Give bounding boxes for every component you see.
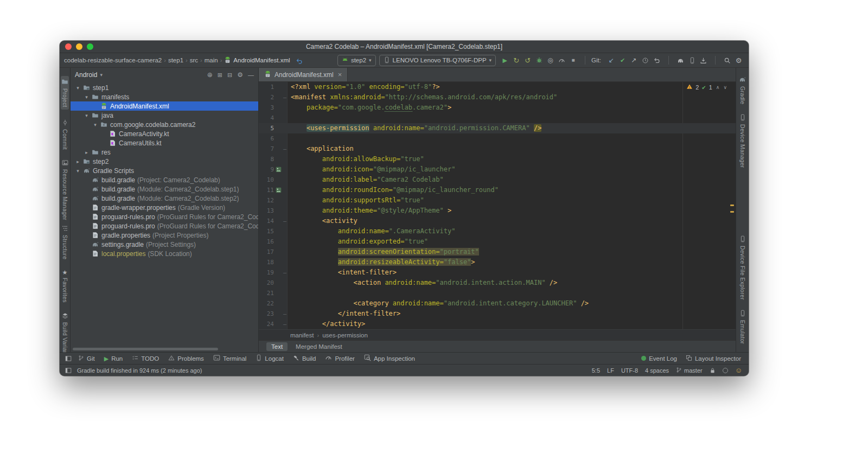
code-line-14[interactable]: 14– <activity bbox=[259, 216, 736, 226]
code-line-8[interactable]: 8 android:allowBackup="true" bbox=[259, 154, 736, 164]
editor-breadcrumb-uses-permission[interactable]: uses-permission bbox=[322, 332, 368, 338]
gutter-image-preview-icon[interactable] bbox=[275, 167, 282, 173]
hide-icon[interactable]: — bbox=[248, 71, 254, 79]
error-stripe-mark[interactable] bbox=[730, 205, 734, 206]
code-line-7[interactable]: 7– <application bbox=[259, 144, 736, 154]
editor-view-tab-merged-manifest[interactable]: Merged Manifest bbox=[291, 342, 347, 351]
tree-item-cameraactivity-kt[interactable]: CameraActivity.kt bbox=[71, 129, 258, 138]
code-line-22[interactable]: 22 <category android:name="android.inten… bbox=[259, 298, 736, 309]
tool-window-button-profiler[interactable]: Profiler bbox=[325, 354, 354, 362]
tool-window-button-app-inspection[interactable]: App Inspection bbox=[364, 354, 415, 362]
editor-breadcrumb-manifest[interactable]: manifest bbox=[290, 332, 314, 338]
tree-item-gradle-properties[interactable]: gradle.properties (Project Properties) bbox=[71, 231, 258, 240]
breadcrumb-item-src[interactable]: src bbox=[190, 57, 198, 63]
search-everywhere-icon[interactable] bbox=[722, 55, 733, 66]
code-line-15[interactable]: 15 android:name=".CameraActivity" bbox=[259, 226, 736, 237]
prev-issue-icon[interactable]: ∧ bbox=[716, 85, 720, 90]
tool-window-button-layout-inspector[interactable]: Layout Inspector bbox=[686, 355, 741, 362]
fold-marker-icon[interactable]: – bbox=[282, 267, 288, 278]
tree-collapsed-arrow-icon[interactable]: ▸ bbox=[74, 159, 82, 164]
code-line-24[interactable]: 24– </activity> bbox=[259, 319, 736, 329]
status-message[interactable]: Gradle build finished in 924 ms (2 minut… bbox=[77, 367, 202, 374]
code-editor[interactable]: 1<?xml version="1.0" encoding="utf-8"?>2… bbox=[259, 82, 736, 329]
tree-item-androidmanifest-xml[interactable]: AndroidManifest.xml bbox=[71, 101, 258, 111]
lock-icon[interactable] bbox=[710, 367, 716, 374]
code-line-17[interactable]: 17 android:screenOrientation="portrait" bbox=[259, 247, 736, 257]
tree-expanded-arrow-icon[interactable]: ▾ bbox=[74, 168, 82, 174]
line-separator-widget[interactable]: LF bbox=[607, 367, 614, 374]
apply-code-changes-icon[interactable]: ↺ bbox=[522, 55, 533, 66]
tree-item-build-gradle[interactable]: build.gradle (Module: Camera2_Codelab.st… bbox=[71, 194, 258, 203]
collapse-all-icon[interactable]: ⊟ bbox=[227, 71, 232, 79]
tool-stripe-button-favorites[interactable]: ★Favorites bbox=[62, 269, 68, 303]
settings-icon[interactable]: ⚙ bbox=[733, 55, 744, 66]
tool-window-button-run[interactable]: ▶Run bbox=[104, 355, 123, 362]
code-line-3[interactable]: 3 package="com.google.codelab.camera2"> bbox=[259, 103, 736, 113]
code-line-18[interactable]: 18 android:resizeableActivity="false"> bbox=[259, 257, 736, 267]
tool-window-toggle-icon[interactable] bbox=[65, 367, 72, 374]
sync-gradle-icon[interactable] bbox=[675, 55, 686, 66]
tool-window-button-problems[interactable]: Problems bbox=[168, 355, 204, 362]
code-line-11[interactable]: 11 android:roundIcon="@mipmap/ic_launche… bbox=[259, 185, 736, 195]
stop-icon[interactable]: ■ bbox=[567, 55, 579, 66]
tree-item-proguard-rules-pro[interactable]: proguard-rules.pro (ProGuard Rules for C… bbox=[71, 212, 258, 221]
code-line-19[interactable]: 19– <intent-filter> bbox=[259, 267, 736, 278]
device-selector[interactable]: LENOVO Lenovo TB-Q706F-DPP ▾ bbox=[379, 55, 496, 66]
error-stripe-mark[interactable] bbox=[730, 211, 734, 213]
tool-stripe-button-emulator[interactable]: Emulator bbox=[739, 310, 746, 344]
locate-icon[interactable]: ⊕ bbox=[207, 71, 213, 79]
tree-expanded-arrow-icon[interactable]: ▾ bbox=[82, 113, 91, 118]
next-issue-icon[interactable]: ∨ bbox=[723, 85, 727, 90]
tool-window-button-event-log[interactable]: Event Log bbox=[641, 355, 677, 362]
tool-stripe-button-commit[interactable]: Commit bbox=[62, 119, 68, 150]
close-tab-icon[interactable]: × bbox=[338, 71, 342, 79]
expand-all-icon[interactable]: ⊞ bbox=[218, 71, 222, 79]
feedback-icon[interactable]: ☺ bbox=[735, 366, 742, 374]
code-line-6[interactable]: 6 bbox=[259, 133, 736, 144]
code-line-21[interactable]: 21 bbox=[259, 288, 736, 298]
tree-item-proguard-rules-pro[interactable]: proguard-rules.pro (ProGuard Rules for C… bbox=[71, 221, 258, 231]
tree-item-camerautils-kt[interactable]: CameraUtils.kt bbox=[71, 138, 258, 148]
fold-marker-icon[interactable]: – bbox=[282, 92, 288, 103]
close-window-button[interactable] bbox=[65, 43, 72, 50]
tool-stripe-button-resource-manager[interactable]: Resource Manager bbox=[62, 159, 68, 220]
titlebar[interactable]: Camera2 Codelab – AndroidManifest.xml [C… bbox=[60, 41, 749, 53]
encoding-widget[interactable]: UTF-8 bbox=[621, 367, 638, 374]
tool-stripe-button-device-file-explorer[interactable]: Device File Explorer bbox=[739, 235, 746, 300]
tool-stripe-button-gradle[interactable]: Gradle bbox=[739, 76, 746, 104]
apply-changes-icon[interactable]: ↻ bbox=[510, 55, 522, 66]
breadcrumb-item-main[interactable]: main bbox=[205, 57, 218, 63]
tool-window-button-git[interactable]: Git bbox=[78, 355, 95, 362]
push-icon[interactable]: ↗ bbox=[628, 55, 640, 66]
tree-item-step2[interactable]: ▸step2 bbox=[71, 157, 258, 166]
code-line-12[interactable]: 12 android:supportsRtl="true" bbox=[259, 195, 736, 206]
tree-item-step1[interactable]: ▾step1 bbox=[71, 83, 258, 92]
tool-stripe-button-structure[interactable]: Structure bbox=[62, 225, 68, 259]
tree-item-local-properties[interactable]: local.properties (SDK Location) bbox=[71, 249, 258, 258]
editor-view-tab-text[interactable]: Text bbox=[266, 342, 288, 351]
breadcrumb-item-step1[interactable]: step1 bbox=[168, 57, 183, 63]
tree-item-com-google-codelab-camera2[interactable]: ▾com.google.codelab.camera2 bbox=[71, 120, 258, 129]
tree-item-build-gradle[interactable]: build.gradle (Module: Camera2_Codelab.st… bbox=[71, 184, 258, 194]
code-line-13[interactable]: 13 android:theme="@style/AppTheme" > bbox=[259, 206, 736, 216]
tool-stripe-button-device-manager[interactable]: Device Manager bbox=[739, 114, 746, 168]
device-manager-icon[interactable] bbox=[686, 55, 698, 66]
tool-stripe-button-project[interactable]: Project bbox=[61, 76, 69, 110]
update-project-icon[interactable]: ↙ bbox=[605, 55, 617, 66]
tool-window-button-todo[interactable]: TODO bbox=[132, 355, 159, 362]
tree-item-java[interactable]: ▾java bbox=[71, 111, 258, 120]
project-view-selector[interactable]: Android ▾ bbox=[75, 71, 103, 79]
code-line-1[interactable]: 1<?xml version="1.0" encoding="utf-8"?> bbox=[259, 82, 736, 92]
rollback-icon[interactable] bbox=[651, 55, 662, 66]
zoom-window-button[interactable] bbox=[87, 43, 93, 50]
background-tasks-icon[interactable] bbox=[723, 368, 728, 373]
tree-expanded-arrow-icon[interactable]: ▾ bbox=[82, 94, 91, 100]
indent-widget[interactable]: 4 spaces bbox=[645, 367, 669, 374]
tool-windows-icon[interactable] bbox=[65, 355, 72, 362]
tree-item-gradle-wrapper-properties[interactable]: gradle-wrapper.properties (Gradle Versio… bbox=[71, 203, 258, 212]
debug-icon[interactable] bbox=[533, 55, 545, 66]
tree-item-gradle-scripts[interactable]: ▾Gradle Scripts bbox=[71, 166, 258, 175]
attach-debugger-icon[interactable]: ◎ bbox=[545, 55, 556, 66]
fold-marker-icon[interactable]: – bbox=[282, 216, 288, 226]
minimize-window-button[interactable] bbox=[76, 43, 82, 50]
